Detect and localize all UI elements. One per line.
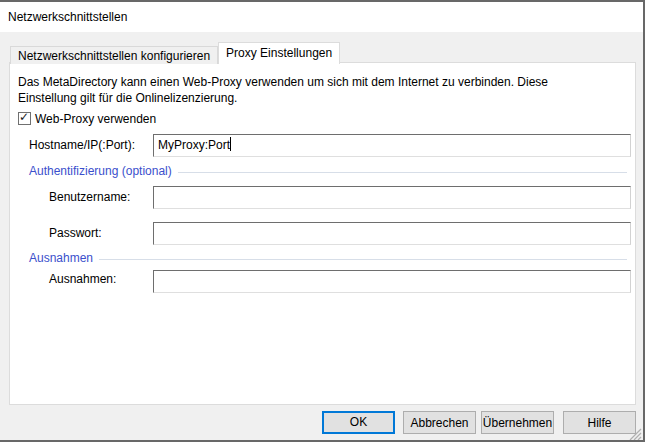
help-button[interactable]: Hilfe bbox=[563, 411, 636, 434]
username-label: Benutzername: bbox=[49, 186, 130, 209]
cancel-button[interactable]: Abbrechen bbox=[403, 411, 476, 434]
tab-netzwerkschnittstellen-konfigurieren[interactable]: Netzwerkschnittstellen konfigurieren bbox=[10, 46, 218, 64]
web-proxy-checkbox-label: Web-Proxy verwenden bbox=[35, 112, 156, 126]
password-label: Passwort: bbox=[49, 222, 102, 245]
tab-proxy-einstellungen[interactable]: Proxy Einstellungen bbox=[218, 42, 340, 64]
description-text: Das MetaDirectory kann einen Web-Proxy v… bbox=[18, 74, 598, 106]
section-exceptions-label: Ausnahmen bbox=[29, 251, 93, 265]
section-divider-line bbox=[99, 259, 627, 260]
text-caret bbox=[230, 137, 231, 151]
section-authentication-label: Authentifizierung (optional) bbox=[29, 164, 172, 178]
username-input[interactable] bbox=[153, 186, 631, 209]
ok-button[interactable]: OK bbox=[322, 411, 395, 434]
hostname-label: Hostname/IP(:Port): bbox=[29, 134, 135, 157]
dialog-button-bar: OK Abbrechen Übernehmen Hilfe bbox=[0, 405, 643, 442]
section-authentication: Authentifizierung (optional) bbox=[29, 164, 627, 178]
section-divider-line bbox=[178, 172, 627, 173]
hostname-input[interactable]: MyProxy:Port bbox=[153, 134, 631, 157]
network-interfaces-dialog: Netzwerkschnittstellen Netzwerkschnittst… bbox=[0, 0, 645, 442]
tab-strip: Netzwerkschnittstellen konfigurierenProx… bbox=[10, 42, 340, 63]
resize-grip-icon[interactable] bbox=[629, 428, 642, 441]
titlebar[interactable]: Netzwerkschnittstellen bbox=[0, 2, 643, 32]
proxy-settings-panel: Das MetaDirectory kann einen Web-Proxy v… bbox=[9, 62, 636, 405]
hostname-value: MyProxy:Port bbox=[158, 138, 230, 152]
section-exceptions: Ausnahmen bbox=[29, 251, 627, 265]
window-title: Netzwerkschnittstellen bbox=[8, 10, 127, 24]
web-proxy-checkbox[interactable]: ✓ bbox=[18, 112, 31, 125]
apply-button[interactable]: Übernehmen bbox=[481, 411, 554, 434]
web-proxy-checkbox-row[interactable]: ✓Web-Proxy verwenden bbox=[18, 111, 156, 125]
password-input[interactable] bbox=[153, 222, 631, 245]
checkmark-icon: ✓ bbox=[19, 111, 29, 124]
exceptions-label: Ausnahmen: bbox=[49, 272, 116, 286]
exceptions-textarea[interactable] bbox=[153, 270, 631, 293]
